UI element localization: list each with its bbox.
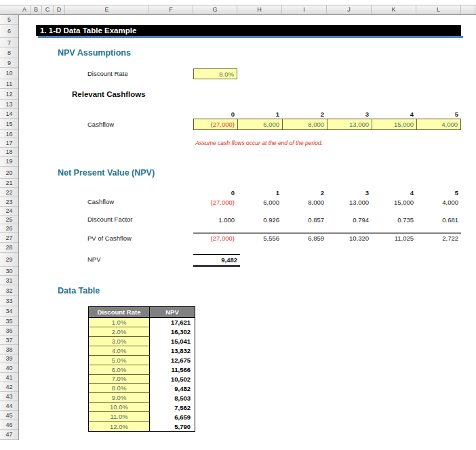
row-header-24[interactable]: 24 xyxy=(0,207,18,216)
discount-rate-input-cell[interactable]: 8.0% xyxy=(193,68,237,79)
npv-cashflow-cell-3[interactable]: 13,000 xyxy=(327,197,372,207)
row-header-6[interactable]: 6 xyxy=(0,25,18,38)
pv-cashflow-cell-2[interactable]: 6,859 xyxy=(282,233,327,243)
row-header-5[interactable]: 5 xyxy=(0,15,18,25)
cashflow-input-cell-0[interactable]: (27,000) xyxy=(194,119,238,129)
discount-factor-cell-3[interactable]: 0.794 xyxy=(327,216,372,224)
cashflow-input-cell-3[interactable]: 13,000 xyxy=(328,119,372,129)
period-header-4[interactable]: 4 xyxy=(372,188,416,197)
npv-result-cell[interactable]: 8,503 xyxy=(150,393,195,403)
row-header-42[interactable]: 42 xyxy=(0,382,18,392)
row-header-44[interactable]: 44 xyxy=(0,401,18,411)
discount-factor-cell-5[interactable]: 0.681 xyxy=(416,216,461,224)
npv-total-cell[interactable]: 9,482 xyxy=(193,254,240,267)
period-header-5[interactable]: 5 xyxy=(416,188,461,197)
row-header-38[interactable]: 38 xyxy=(0,345,18,354)
row-header-11[interactable]: 11 xyxy=(0,79,18,89)
row-header-13[interactable]: 13 xyxy=(0,100,18,109)
discount-factor-cell-1[interactable]: 0.926 xyxy=(237,216,282,224)
col-header-A[interactable]: A xyxy=(19,5,31,14)
cashflow-input-cell-5[interactable]: 4,000 xyxy=(417,119,460,129)
period-header-5[interactable]: 5 xyxy=(416,109,461,119)
row-header-33[interactable]: 33 xyxy=(0,296,18,306)
npv-cashflow-cell-1[interactable]: 6,000 xyxy=(237,197,282,207)
discount-factor-cell-0[interactable]: 1.000 xyxy=(193,216,237,224)
col-header-I[interactable]: I xyxy=(282,5,327,14)
row-header-45[interactable]: 45 xyxy=(0,411,18,420)
row-header-25[interactable]: 25 xyxy=(0,216,18,224)
row-header-17[interactable]: 17 xyxy=(0,138,18,148)
cashflow-input-cell-1[interactable]: 6,000 xyxy=(238,119,283,129)
discount-rate-input-cell[interactable]: 6.0% xyxy=(89,365,150,375)
col-header-C[interactable]: C xyxy=(42,5,54,14)
period-header-2[interactable]: 2 xyxy=(282,188,327,197)
period-header-0[interactable]: 0 xyxy=(193,188,237,197)
discount-rate-input-cell[interactable]: 8.0% xyxy=(89,384,150,393)
row-header-36[interactable]: 36 xyxy=(0,326,18,335)
col-header-L[interactable]: L xyxy=(416,5,461,14)
discount-factor-cell-2[interactable]: 0.857 xyxy=(282,216,327,224)
row-header-12[interactable]: 12 xyxy=(0,89,18,100)
row-header-14[interactable]: 14 xyxy=(0,109,18,119)
pv-cashflow-cell-3[interactable]: 10,320 xyxy=(327,233,372,243)
row-header-8[interactable]: 8 xyxy=(0,47,18,58)
pv-cashflow-cell-4[interactable]: 11,025 xyxy=(372,233,416,243)
row-header-15[interactable]: 15 xyxy=(0,119,18,130)
col-header-H[interactable]: H xyxy=(237,5,282,14)
discount-rate-input-cell[interactable]: 7.0% xyxy=(89,375,150,384)
period-header-3[interactable]: 3 xyxy=(327,109,372,119)
period-header-1[interactable]: 1 xyxy=(237,188,282,197)
row-header-10[interactable]: 10 xyxy=(0,68,18,79)
discount-rate-input-cell[interactable]: 3.0% xyxy=(89,337,150,346)
row-header-9[interactable]: 9 xyxy=(0,58,18,68)
col-header-D[interactable]: D xyxy=(54,5,65,14)
discount-rate-input-cell[interactable]: 10.0% xyxy=(89,403,150,412)
npv-result-cell[interactable]: 13,832 xyxy=(150,346,195,356)
npv-result-cell[interactable]: 5,790 xyxy=(150,422,195,431)
row-header-23[interactable]: 23 xyxy=(0,197,18,207)
discount-rate-input-cell[interactable]: 11.0% xyxy=(89,412,150,422)
discount-rate-input-cell[interactable]: 9.0% xyxy=(89,393,150,403)
npv-result-cell[interactable]: 12,675 xyxy=(150,356,195,365)
row-header-22[interactable]: 22 xyxy=(0,188,18,197)
discount-factor-cell-4[interactable]: 0.735 xyxy=(372,216,416,224)
npv-result-cell[interactable]: 9,482 xyxy=(150,384,195,393)
discount-rate-input-cell[interactable]: 5.0% xyxy=(89,356,150,365)
discount-rate-input-cell[interactable]: 12.0% xyxy=(89,422,150,431)
row-header-29[interactable]: 29 xyxy=(0,253,18,267)
row-header-7[interactable]: 7 xyxy=(0,38,18,47)
row-header-30[interactable]: 30 xyxy=(0,267,18,276)
npv-cashflow-cell-2[interactable]: 8,000 xyxy=(282,197,327,207)
row-header-35[interactable]: 35 xyxy=(0,316,18,326)
row-header-34[interactable]: 34 xyxy=(0,306,18,316)
row-header-27[interactable]: 27 xyxy=(0,233,18,243)
discount-rate-input-cell[interactable]: 2.0% xyxy=(89,327,150,337)
row-header-32[interactable]: 32 xyxy=(0,285,18,296)
npv-result-cell[interactable]: 10,502 xyxy=(150,375,195,384)
row-header-37[interactable]: 37 xyxy=(0,335,18,345)
pv-cashflow-cell-1[interactable]: 5,556 xyxy=(237,233,282,243)
row-header-47[interactable]: 47 xyxy=(0,430,18,440)
col-header-E[interactable]: E xyxy=(65,5,149,14)
row-header-16[interactable]: 16 xyxy=(0,130,18,138)
npv-cashflow-cell-5[interactable]: 4,000 xyxy=(416,197,461,207)
pv-cashflow-cell-0[interactable]: (27,000) xyxy=(193,233,237,243)
npv-cashflow-cell-4[interactable]: 15,000 xyxy=(372,197,416,207)
npv-result-cell[interactable]: 16,302 xyxy=(150,327,195,337)
col-header-J[interactable]: J xyxy=(327,5,372,14)
period-header-1[interactable]: 1 xyxy=(237,109,282,119)
col-header-G[interactable]: G xyxy=(193,5,237,14)
row-header-31[interactable]: 31 xyxy=(0,276,18,285)
npv-result-cell[interactable]: 17,621 xyxy=(150,318,195,327)
period-header-0[interactable]: 0 xyxy=(193,109,237,119)
row-header-21[interactable]: 21 xyxy=(0,179,18,188)
period-header-4[interactable]: 4 xyxy=(372,109,416,119)
row-header-43[interactable]: 43 xyxy=(0,392,18,401)
discount-rate-input-cell[interactable]: 4.0% xyxy=(89,346,150,356)
cashflow-input-cell-4[interactable]: 15,000 xyxy=(372,119,417,129)
row-header-19[interactable]: 19 xyxy=(0,157,18,167)
col-header-F[interactable]: F xyxy=(149,5,193,14)
row-header-26[interactable]: 26 xyxy=(0,224,18,233)
npv-cashflow-cell-0[interactable]: (27,000) xyxy=(193,197,237,207)
row-header-20[interactable]: 20 xyxy=(0,167,18,179)
